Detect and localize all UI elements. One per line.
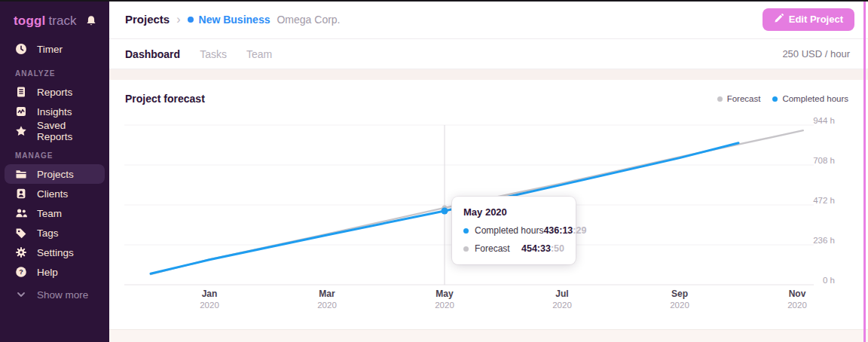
tooltip-label: Completed hours xyxy=(475,225,543,236)
logo-toggl: toggl xyxy=(14,14,46,29)
y-axis-label: 944 h xyxy=(813,116,835,125)
x-axis-month: Jul xyxy=(555,289,568,299)
tooltip-label: Forecast xyxy=(475,243,510,254)
y-axis-label: 0 h xyxy=(823,276,835,285)
sidebar-item-clients[interactable]: Clients xyxy=(5,184,105,203)
tooltip-value: 454:33 xyxy=(521,243,551,254)
sidebar-item-projects[interactable]: Projects xyxy=(5,164,105,184)
window-right-accent xyxy=(863,0,866,342)
y-axis-label: 236 h xyxy=(813,236,835,245)
x-axis-year: 2020 xyxy=(435,301,454,310)
x-axis-year: 2020 xyxy=(787,301,807,310)
x-axis-month: Mar xyxy=(319,289,335,299)
pencil-icon xyxy=(774,14,784,26)
x-axis-month: Nov xyxy=(789,289,806,299)
svg-text:?: ? xyxy=(19,268,23,276)
reports-icon xyxy=(15,86,27,98)
sidebar-item-team[interactable]: Team xyxy=(5,203,105,223)
folder-icon xyxy=(15,168,27,180)
sidebar-item-saved-reports[interactable]: Saved Reports xyxy=(5,121,105,141)
help-icon: ? xyxy=(15,266,27,278)
breadcrumb-projects-link[interactable]: Projects xyxy=(125,13,170,26)
project-color-dot xyxy=(188,17,194,23)
client-badge-icon xyxy=(15,188,27,200)
content-gap-band xyxy=(109,69,868,80)
sidebar-item-label: Timer xyxy=(37,44,63,55)
chart-tooltip: May 2020 Completed hours 436:13:29 Forec… xyxy=(452,197,576,264)
sidebar-item-insights[interactable]: Insights xyxy=(5,102,105,121)
sidebar-item-label: Settings xyxy=(37,247,74,258)
chevron-down-icon xyxy=(15,289,27,301)
legend-item-forecast[interactable]: Forecast xyxy=(717,94,761,103)
bottom-band xyxy=(109,329,868,342)
forecast-dot-icon xyxy=(717,96,723,102)
sidebar-item-timer[interactable]: Timer xyxy=(5,39,105,59)
gear-icon xyxy=(15,246,27,258)
sidebar-section-analyze: ANALYZE xyxy=(0,59,109,82)
team-icon xyxy=(15,207,27,219)
edit-project-label: Edit Project xyxy=(789,14,843,25)
legend-item-completed-hours[interactable]: Completed hours xyxy=(772,94,848,103)
sidebar-item-label: Projects xyxy=(37,169,74,180)
chart-legend: Forecast Completed hours xyxy=(717,94,848,103)
logo[interactable]: toggl track xyxy=(0,0,109,33)
app-window: toggl track Timer ANALYZE Reports Insigh… xyxy=(0,0,868,342)
tab-team[interactable]: Team xyxy=(246,48,272,60)
breadcrumb-project-name[interactable]: New Business xyxy=(199,14,270,26)
hover-point-completed-hours xyxy=(442,208,448,215)
forecast-dot-icon xyxy=(463,246,469,252)
star-icon xyxy=(15,125,27,137)
breadcrumb-chevron-icon: › xyxy=(176,13,180,26)
x-axis-year: 2020 xyxy=(552,301,572,310)
sidebar-section-manage: MANAGE xyxy=(0,141,109,164)
sidebar-item-label: Insights xyxy=(37,106,72,118)
tabs-bar: Dashboard Tasks Team 250 USD / hour xyxy=(109,39,868,69)
legend-label: Forecast xyxy=(727,94,761,103)
x-axis-month: May xyxy=(436,289,454,299)
tooltip-value-seconds: :50 xyxy=(551,243,564,254)
sidebar-item-label: Clients xyxy=(37,188,68,200)
sidebar: toggl track Timer ANALYZE Reports Insigh… xyxy=(0,0,109,342)
tooltip-row-forecast: Forecast 454:33:50 xyxy=(463,243,564,254)
tooltip-row-completed: Completed hours 436:13:29 xyxy=(463,225,564,236)
chart-title: Project forecast xyxy=(125,93,205,105)
sidebar-item-label: Tags xyxy=(37,227,59,239)
sidebar-item-help[interactable]: ? Help xyxy=(5,262,105,282)
notification-bell-icon[interactable] xyxy=(85,15,97,27)
x-axis-month: Sep xyxy=(671,289,688,299)
sidebar-item-label: Show more xyxy=(37,289,88,301)
x-axis-month: Jan xyxy=(202,289,218,299)
page-header: Projects › New Business Omega Corp. Edit… xyxy=(109,0,868,39)
completed-hours-dot-icon xyxy=(772,96,778,102)
tag-icon xyxy=(15,227,27,239)
sidebar-item-label: Team xyxy=(37,208,62,219)
insights-icon xyxy=(15,105,27,118)
sidebar-item-label: Saved Reports xyxy=(37,120,97,142)
completed-hours-dot-icon xyxy=(463,228,469,234)
edit-project-button[interactable]: Edit Project xyxy=(763,8,854,31)
tooltip-title: May 2020 xyxy=(463,206,564,218)
sidebar-item-label: Help xyxy=(37,267,58,278)
legend-label: Completed hours xyxy=(782,94,848,103)
tab-dashboard[interactable]: Dashboard xyxy=(125,48,180,60)
sidebar-nav: Timer ANALYZE Reports Insights Saved Rep… xyxy=(0,39,109,304)
sidebar-item-tags[interactable]: Tags xyxy=(5,223,105,243)
forecast-card-header: Project forecast Forecast Completed hour… xyxy=(109,80,868,105)
main-area: Projects › New Business Omega Corp. Edit… xyxy=(109,0,868,342)
window-top-border xyxy=(0,0,868,2)
tooltip-value: 436:13 xyxy=(543,225,573,236)
y-axis-label: 472 h xyxy=(813,196,835,205)
billable-rate: 250 USD / hour xyxy=(782,48,850,60)
x-axis-year: 2020 xyxy=(200,301,219,310)
x-axis-year: 2020 xyxy=(670,301,689,310)
y-axis-label: 708 h xyxy=(813,156,835,165)
logo-track: track xyxy=(49,14,77,29)
x-axis-year: 2020 xyxy=(317,301,337,310)
sidebar-item-label: Reports xyxy=(37,87,72,98)
sidebar-item-reports[interactable]: Reports xyxy=(5,82,105,102)
tooltip-value-seconds: :29 xyxy=(573,225,586,236)
clock-icon xyxy=(15,43,27,55)
tab-tasks[interactable]: Tasks xyxy=(200,48,227,60)
sidebar-item-settings[interactable]: Settings xyxy=(5,243,105,262)
sidebar-item-show-more[interactable]: Show more xyxy=(5,285,105,304)
